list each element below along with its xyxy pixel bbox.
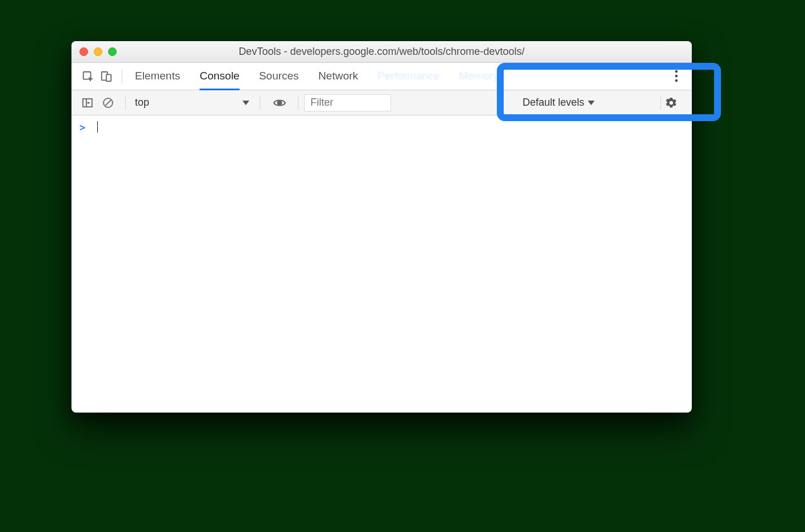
close-icon[interactable] (79, 47, 88, 56)
live-expression-icon[interactable] (272, 95, 288, 111)
minimize-icon[interactable] (94, 47, 102, 56)
tab-elements[interactable]: Elements (135, 63, 180, 90)
divider (125, 96, 126, 110)
console-toolbar: top Default levels (71, 90, 692, 115)
window-title: DevTools - developers.google.com/web/too… (71, 46, 692, 58)
divider (260, 96, 260, 110)
svg-point-3 (675, 70, 678, 73)
prompt-icon: > (79, 122, 85, 133)
titlebar: DevTools - developers.google.com/web/too… (71, 41, 692, 63)
log-levels-dropdown[interactable]: Default levels (523, 97, 595, 109)
divider (122, 70, 122, 83)
inspect-element-icon[interactable] (79, 68, 97, 85)
svg-line-8 (105, 100, 111, 106)
sidebar-toggle-icon[interactable] (79, 95, 95, 111)
tab-sources[interactable]: Sources (259, 63, 299, 90)
console-body[interactable]: > (71, 115, 692, 139)
traffic-lights (79, 47, 117, 56)
settings-icon[interactable] (663, 95, 679, 111)
tab-console[interactable]: Console (200, 63, 240, 90)
tab-network[interactable]: Network (318, 63, 358, 90)
divider (660, 96, 661, 110)
context-label: top (135, 97, 149, 109)
text-caret (97, 121, 98, 133)
filter-input[interactable] (310, 97, 385, 109)
svg-rect-2 (106, 74, 111, 81)
tab-performance[interactable]: Performance (377, 63, 440, 90)
chevron-down-icon (588, 101, 595, 105)
levels-label: Default levels (523, 97, 584, 109)
maximize-icon[interactable] (108, 47, 117, 56)
tabbar: Elements Console Sources Network Perform… (71, 63, 692, 90)
device-toggle-icon[interactable] (98, 68, 115, 85)
context-selector[interactable]: top (135, 97, 255, 109)
chevron-down-icon (242, 101, 249, 105)
devtools-window: DevTools - developers.google.com/web/too… (71, 41, 692, 413)
more-tabs-icon[interactable] (668, 67, 685, 85)
tab-memory[interactable]: Memory (459, 63, 499, 90)
svg-point-5 (675, 79, 678, 82)
divider (298, 96, 298, 110)
svg-point-9 (278, 101, 282, 105)
svg-point-4 (675, 75, 678, 78)
filter-field[interactable] (304, 94, 391, 111)
clear-console-icon[interactable] (100, 95, 116, 111)
